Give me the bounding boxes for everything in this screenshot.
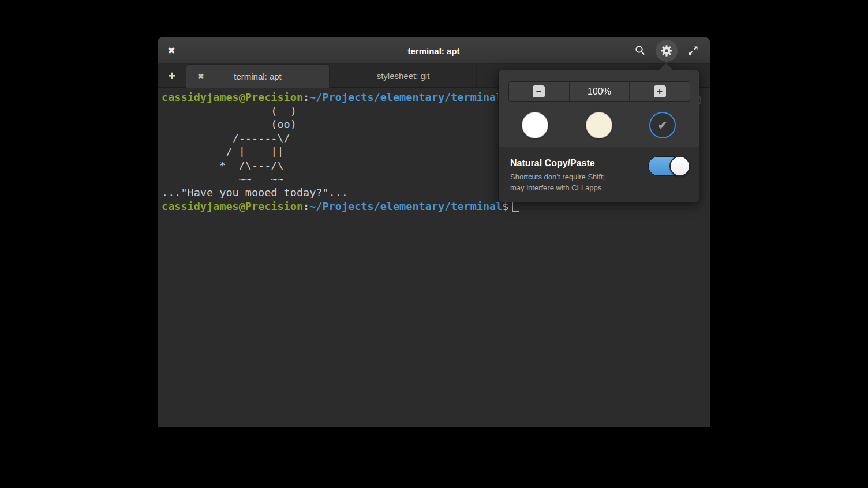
titlebar[interactable]: ✖ terminal: apt: [158, 37, 710, 64]
prompt-line: cassidyjames@Precision:~/Projects/elemen…: [162, 91, 502, 103]
terminal-window: ✖ terminal: apt: [158, 37, 710, 427]
zoom-in-icon: +: [654, 85, 666, 97]
fullscreen-icon: [687, 44, 699, 57]
zoom-out-icon: −: [533, 85, 545, 97]
settings-popover: − 100% + ✔: [498, 70, 699, 202]
check-icon: ✔: [658, 118, 668, 132]
gear-icon: [660, 44, 674, 58]
desktop: ✖ terminal: apt: [0, 0, 868, 488]
settings-button[interactable]: [656, 40, 678, 62]
tab-stylesheet-git[interactable]: stylesheet: git: [330, 64, 477, 88]
natural-copy-paste-toggle[interactable]: [648, 156, 690, 176]
close-icon: ✖: [198, 72, 204, 81]
tab-close-button[interactable]: ✖: [194, 65, 207, 88]
zoom-control: − 100% +: [508, 81, 690, 102]
zoom-level[interactable]: 100%: [569, 82, 630, 101]
prompt-user: cassidyjames@Precision: [162, 200, 303, 212]
tab-terminal-apt[interactable]: ✖ terminal: apt: [186, 64, 330, 88]
theme-sepia-option[interactable]: [586, 112, 612, 138]
toggle-knob: [669, 156, 690, 177]
fullscreen-button[interactable]: [682, 40, 704, 62]
window-close-button[interactable]: ✖: [164, 37, 178, 64]
plus-icon: +: [169, 69, 176, 84]
titlebar-actions: [629, 37, 704, 64]
prompt-path: ~/Projects/elementary/terminal: [309, 91, 502, 103]
theme-dark-option[interactable]: ✔: [649, 112, 676, 138]
prompt-user: cassidyjames@Precision: [162, 91, 303, 103]
theme-light-option[interactable]: [522, 112, 548, 138]
prompt-line: cassidyjames@Precision:~/Projects/elemen…: [162, 200, 519, 212]
close-icon: ✖: [168, 46, 175, 56]
tab-label: terminal: apt: [234, 72, 282, 81]
tab-label: stylesheet: git: [377, 71, 430, 81]
popover-top-section: − 100% + ✔: [499, 70, 699, 147]
moo-caption: ..."Have you mooed today?"...: [162, 186, 348, 198]
new-tab-button[interactable]: +: [163, 64, 181, 88]
zoom-in-button[interactable]: +: [629, 82, 690, 101]
theme-selector: ✔: [508, 112, 689, 138]
prompt-path: ~/Projects/elementary/terminal: [309, 200, 502, 212]
search-icon: [634, 44, 646, 57]
moo-art: (__) (oo) /------\/ / | || * /\---/\ ~~ …: [162, 105, 297, 185]
zoom-out-button[interactable]: −: [509, 82, 569, 101]
natural-copy-paste-section: Natural Copy/Paste Shortcuts don’t requi…: [499, 147, 699, 202]
window-title: terminal: apt: [158, 37, 710, 64]
search-button[interactable]: [629, 40, 651, 62]
